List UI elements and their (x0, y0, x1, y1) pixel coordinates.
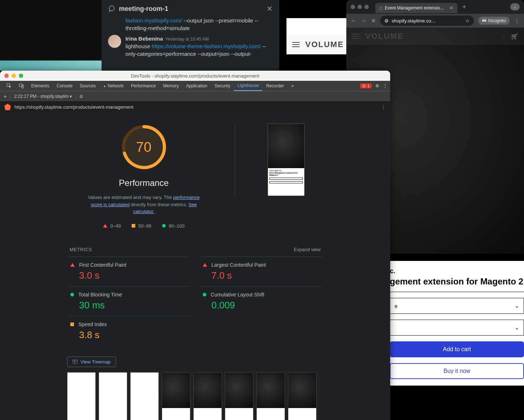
buy-now-button[interactable]: Buy it now (390, 363, 524, 379)
traffic-lights[interactable] (351, 5, 369, 9)
metrics-heading: METRICS (70, 247, 92, 252)
filmstrip-frame[interactable] (162, 372, 190, 420)
metric-lcp[interactable]: Largest Contentful Paint 7.0 s (201, 257, 322, 286)
tab-performance[interactable]: Performance (127, 81, 160, 91)
message-text: lighthouse (125, 43, 152, 49)
tab-recorder[interactable]: Recorder (263, 81, 288, 91)
close-icon[interactable]: ✕ (267, 4, 273, 13)
tab-network[interactable]: Network (99, 81, 127, 91)
metric-value: 3.8 s (70, 329, 187, 341)
chevron-down-icon: ⌄ (515, 303, 519, 309)
lighthouse-icon (4, 104, 11, 110)
triangle-red-icon (70, 263, 75, 267)
filmstrip-frame[interactable] (99, 372, 127, 420)
treemap-icon (73, 359, 78, 364)
back-button[interactable]: ← (351, 17, 356, 24)
error-count: 1 (367, 84, 370, 88)
add-to-cart-button[interactable]: Add to cart (390, 341, 524, 357)
browser-tab[interactable]: ◌ Event Management extensio… ✕ (375, 3, 457, 13)
slack-channel-name[interactable]: meeting-room-1 (108, 5, 168, 13)
triangle-red-icon (103, 224, 107, 228)
filmstrip (0, 372, 390, 420)
variant-select-1[interactable]: e ⌄ (390, 298, 524, 314)
search-icon[interactable]: ⌕ (502, 33, 506, 40)
cart-icon[interactable]: 🛒 (511, 33, 518, 40)
new-tab-button[interactable]: + (462, 3, 466, 11)
filmstrip-frame[interactable] (67, 372, 96, 420)
tab-elements[interactable]: Elements (28, 81, 53, 91)
site-settings-icon[interactable]: ⚙ (384, 18, 389, 24)
variant-select-2[interactable]: ⌄ (390, 320, 524, 336)
performance-description: Values are estimated and may vary. The p… (86, 194, 202, 215)
filmstrip-frame[interactable] (288, 372, 317, 420)
url-text: shopify.staylime.co… (392, 18, 436, 24)
triangle-red-icon (203, 263, 207, 267)
metric-fcp[interactable]: First Contentful Paint 3.0 s (68, 257, 190, 286)
hamburger-icon[interactable] (292, 42, 300, 47)
svg-rect-7 (73, 359, 78, 364)
stop-button[interactable]: ✕ (371, 17, 376, 24)
circle-green-icon (203, 293, 206, 296)
clear-icon[interactable]: ⊘ (79, 94, 83, 99)
metric-si[interactable]: Speed Index 3.8 s (68, 316, 190, 346)
message-author[interactable]: Irina Bebenina (125, 36, 163, 42)
window-dropdown-icon[interactable]: ⌄ (510, 3, 520, 11)
report-url: https://shopify.staylime.com/products/ev… (15, 104, 133, 110)
metric-tbt[interactable]: Total Blocking Time 30 ms (68, 286, 190, 316)
slack-window: meeting-room-1 ✕ fashion.myshopify.com/ … (102, 0, 279, 71)
browser-menu-icon[interactable]: ⋮ (514, 17, 520, 24)
traffic-lights[interactable] (4, 74, 23, 78)
filmstrip-frame[interactable] (130, 372, 159, 420)
url-bar[interactable]: ⚙ shopify.staylime.co… ☆ (380, 16, 474, 26)
view-treemap-button[interactable]: View Treemap (67, 357, 116, 367)
message-link[interactable]: https://volume-theme-fashion.myshopify.c… (152, 43, 261, 49)
inspect-icon[interactable] (3, 81, 15, 91)
screenshot-thumbnail[interactable]: STAYLIME INC. Event Management extension… (268, 124, 305, 195)
performance-label: Performance (86, 178, 202, 188)
device-mode-icon[interactable] (15, 81, 28, 91)
tab-sources[interactable]: Sources (76, 81, 99, 91)
report-menu-icon[interactable]: ⋮ (381, 104, 386, 110)
metric-value: 30 ms (70, 300, 187, 311)
performance-gauge: 70 (120, 124, 168, 171)
legend-average: 50–89 (138, 223, 151, 229)
store-logo[interactable]: VOLUME (305, 40, 344, 49)
product-vendor: c. (390, 267, 524, 275)
circle-green-icon (162, 224, 166, 228)
svg-point-0 (109, 6, 114, 11)
filmstrip-frame[interactable] (193, 372, 222, 420)
filmstrip-frame[interactable] (256, 372, 285, 420)
tab-close-icon[interactable]: ✕ (449, 5, 454, 11)
metric-cls[interactable]: Cumulative Layout Shift 0.009 (201, 286, 322, 316)
button-label: Buy it now (443, 368, 470, 374)
expand-view-toggle[interactable]: Expand view (294, 247, 321, 252)
avatar[interactable] (108, 35, 121, 48)
message-link[interactable]: fashion.myshopify.com/ (125, 17, 182, 24)
incognito-badge[interactable]: 🕶 Incognito (478, 17, 509, 25)
tab-memory[interactable]: Memory (160, 81, 182, 91)
metric-label: First Contentful Paint (79, 262, 127, 268)
star-icon[interactable]: ☆ (465, 18, 470, 24)
new-report-button[interactable]: + (4, 93, 7, 99)
metric-label: Largest Contentful Paint (211, 262, 266, 268)
report-selector[interactable]: 2:22:17 PM - shopify.staylim ▾ (14, 94, 72, 99)
button-label: Add to cart (443, 346, 471, 353)
settings-icon[interactable]: ⚙ (375, 83, 379, 88)
store-logo[interactable]: VOLUME (365, 32, 404, 41)
tab-security[interactable]: Security (211, 81, 234, 91)
thumb-title: Event Management extension for Magento 2 (269, 172, 298, 176)
message-timestamp: Yesterday at 10:45 AM (165, 37, 209, 42)
devtools-menu-icon[interactable]: ⋮ (383, 83, 387, 88)
performance-score: 70 (136, 140, 151, 155)
forward-button[interactable]: → (361, 17, 367, 24)
filmstrip-frame[interactable] (225, 372, 253, 420)
legend-pass: 90–100 (169, 223, 184, 229)
more-tabs-icon[interactable]: » (288, 81, 297, 91)
tab-lighthouse[interactable]: Lighthouse (234, 81, 263, 91)
tab-application[interactable]: Application (182, 81, 211, 91)
tab-console[interactable]: Console (53, 81, 76, 91)
hamburger-icon[interactable] (352, 34, 359, 39)
chevron-down-icon: ⌄ (515, 324, 519, 331)
error-count-badge[interactable]: ⛒1 (360, 83, 372, 88)
metric-label: Speed Index (78, 321, 107, 327)
